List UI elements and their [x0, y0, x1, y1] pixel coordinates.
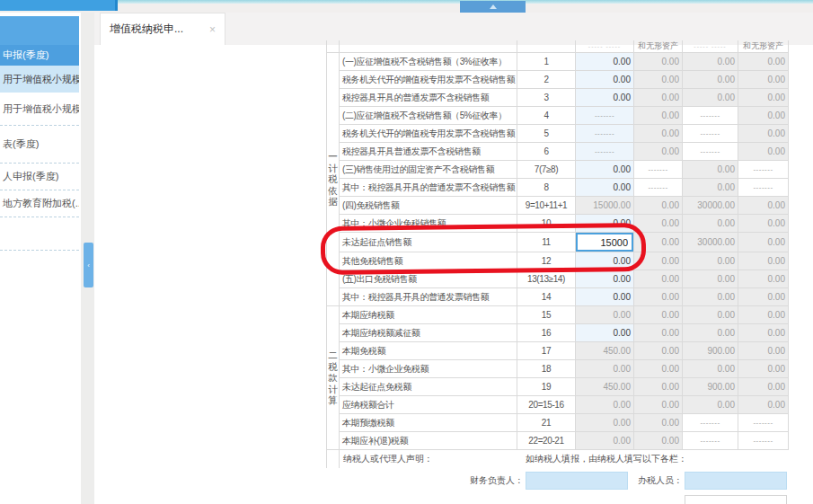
row-code: 15: [517, 306, 576, 324]
collapse-left-icon: ‹: [87, 261, 90, 270]
cell-value[interactable]: 0.00: [576, 89, 634, 107]
cell-value[interactable]: 0.00: [576, 324, 634, 342]
section-label: 一计税依据: [327, 53, 340, 306]
row-code: 19: [517, 378, 576, 396]
tax-clerk-label: 办税人员：: [596, 474, 683, 487]
table-row: 税控器具开具的普通发票不含税销售额30.000.000.000.00: [327, 89, 789, 107]
table-row: 本期应纳税额减征额160.000.000.000.00: [327, 324, 789, 342]
cell-value: 0.00: [738, 197, 789, 215]
cell-value: 0.00: [634, 396, 683, 414]
row-label: (四)免税销售额: [340, 197, 517, 215]
cell-value: 0.00: [634, 378, 683, 396]
table-row: 二税款计算本期应纳税额150.000.000.000.00: [327, 306, 789, 324]
cell-value: 0.00: [634, 53, 683, 71]
header-cell-empty: [327, 40, 340, 53]
sidebar-collapse-handle[interactable]: ‹: [84, 243, 93, 287]
header-cell-empty: [340, 40, 517, 53]
sidebar-item[interactable]: 表(季度): [0, 126, 79, 164]
cell-value: 0.00: [683, 89, 738, 107]
sidebar-item[interactable]: 用于增值税小规模...: [0, 66, 79, 93]
cell-value: 0.00: [738, 125, 789, 143]
row-code: 1: [517, 53, 576, 71]
row-label: 本期应纳税额减征额: [340, 324, 517, 342]
cell-value: 0.00: [576, 414, 634, 432]
row-label: 本期应补(退)税额: [340, 432, 517, 450]
cell-value[interactable]: 0.00: [576, 53, 634, 71]
focused-cell-input[interactable]: [576, 233, 633, 252]
cell-value[interactable]: 0.00: [576, 270, 634, 288]
row-code: 9=10+11+1: [517, 197, 576, 215]
tax-clerk-input[interactable]: [685, 472, 787, 490]
row-code: 6: [517, 143, 576, 161]
sidebar-header: [0, 16, 79, 45]
cell-value: 0.00: [634, 432, 683, 450]
table-row: 本期免税额17450.000.00900.000.00: [327, 342, 789, 360]
row-label: 未达起征点免税额: [340, 378, 517, 396]
cell-value[interactable]: 0.00: [576, 288, 634, 306]
cell-value[interactable]: 0.00: [576, 71, 634, 89]
cell-value: 900.00: [683, 378, 738, 396]
extra-input[interactable]: [685, 495, 787, 504]
cell-value: 0.00: [683, 288, 738, 306]
table-row: 未达起征点销售额110.0030000.000.00: [327, 233, 789, 252]
row-code: 17: [517, 342, 576, 360]
cell-value: 0.00: [683, 306, 738, 324]
cell-value: 0.00: [634, 143, 683, 161]
cell-value: 15000.00: [576, 197, 634, 215]
cell-value[interactable]: 0.00: [576, 252, 634, 270]
cell-value[interactable]: 0.00: [576, 215, 634, 233]
table-row: (三)销售使用过的固定资产不含税销售额7(7≥8)0.00-------0.00…: [327, 161, 789, 179]
cell-value: 0.00: [634, 233, 683, 252]
sidebar-item[interactable]: 人申报(季度): [0, 164, 79, 190]
row-label: 应纳税额合计: [340, 396, 517, 414]
tax-form-table: ----- -----和无形资产----- -----和无形资产一计税依据(一)…: [326, 40, 789, 450]
cell-value: 450.00: [576, 378, 634, 396]
cell-value: 0.00: [738, 252, 789, 270]
cell-value: 0.00: [738, 342, 789, 360]
cell-value: 0.00: [634, 197, 683, 215]
row-label: 未达起征点销售额: [340, 233, 517, 252]
table-row: 本期应补(退)税额22=20-210.000.00--------------: [327, 432, 789, 450]
cell-value: 0.00: [683, 360, 738, 378]
cell-value: 0.00: [683, 270, 738, 288]
cell-value: -------: [683, 125, 738, 143]
cell-value: 30000.00: [683, 197, 738, 215]
header-cell: ----- -----: [683, 40, 738, 53]
collapse-panel-button[interactable]: [460, 1, 526, 13]
cell-value: 0.00: [683, 161, 738, 179]
sidebar-item[interactable]: 地方教育附加税(...: [0, 190, 79, 217]
cell-value: 0.00: [683, 53, 738, 71]
cell-value: 0.00: [683, 215, 738, 233]
cell-value: 0.00: [634, 288, 683, 306]
cell-value: 0.00: [634, 215, 683, 233]
cell-value: -------: [738, 414, 789, 432]
row-label: 其中：小微企业免税额: [340, 360, 517, 378]
cell-value: 0.00: [738, 107, 789, 125]
row-code: 3: [517, 89, 576, 107]
row-label: 税控器具开具普通发票不含税销售额: [340, 143, 517, 161]
tab-vat-declaration[interactable]: 增值税纳税申... ×: [100, 13, 225, 45]
cell-value: 0.00: [576, 306, 634, 324]
cell-value: 30000.00: [683, 233, 738, 252]
sidebar-item[interactable]: 申报(季度): [0, 45, 79, 66]
table-header-row: ----- -----和无形资产----- -----和无形资产: [327, 40, 789, 53]
declaration-area: 纳税人或代理人声明： 如纳税人填报，由纳税人填写以下各栏： 财务负责人： 办税人…: [326, 450, 788, 504]
row-label: (五)出口免税销售额: [340, 270, 517, 288]
row-code: 8: [517, 179, 576, 197]
sidebar-item[interactable]: [0, 217, 79, 251]
cell-value[interactable]: -------: [576, 107, 634, 125]
row-code: 20=15-16: [517, 396, 576, 414]
cell-value[interactable]: -------: [576, 143, 634, 161]
cell-value[interactable]: 0.00: [576, 179, 634, 197]
cell-value: 0.00: [576, 360, 634, 378]
sidebar-item[interactable]: 用于增值税小规模...: [0, 93, 79, 126]
header-cell: 和无形资产: [738, 40, 789, 53]
finance-officer-label: 财务负责人：: [425, 474, 524, 487]
table-row: 其中：税控器具开具的普通发票销售额140.000.000.000.00: [327, 288, 789, 306]
cell-value[interactable]: -------: [576, 125, 634, 143]
cell-value: 0.00: [738, 233, 789, 252]
close-icon[interactable]: ×: [209, 23, 216, 36]
cell-value: 0.00: [738, 53, 789, 71]
table-row: 其他免税销售额120.000.000.000.00: [327, 252, 789, 270]
cell-value[interactable]: 0.00: [576, 161, 634, 179]
